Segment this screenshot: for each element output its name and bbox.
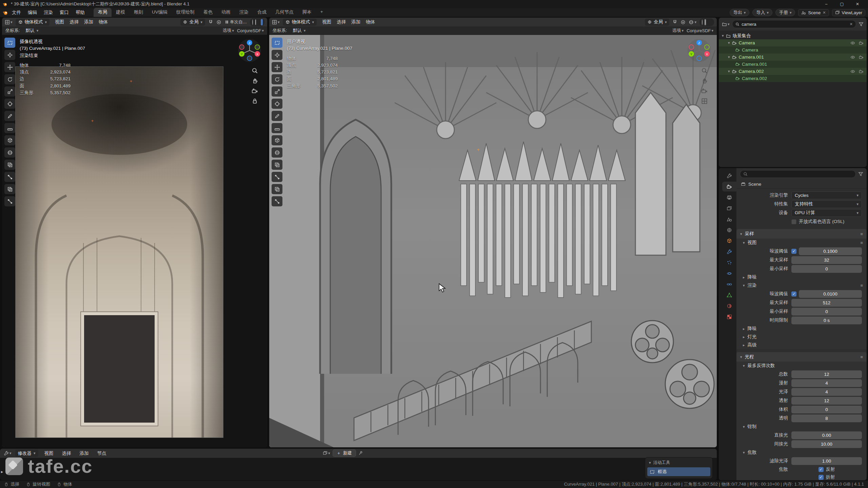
hand-icon[interactable] [701,78,708,84]
viewport-menu-view[interactable]: 视图 [320,19,334,25]
disclosure-icon[interactable]: ▾ [728,41,730,45]
hide-eye-icon[interactable] [850,55,855,60]
shading-rendered-button[interactable] [261,19,262,25]
tool-add-sphere[interactable] [272,147,282,158]
disclosure-icon[interactable]: ▾ [728,55,730,59]
tab-constraints[interactable] [722,279,736,289]
expand-panel-icon[interactable]: ▸ [1,469,3,474]
addon-tab-dropdown[interactable]: ConjureSDF▾ [687,28,713,33]
viewport-render-pause-button[interactable]: 单次自… [224,19,247,25]
tool-addon-1[interactable] [272,184,282,194]
clamping-header[interactable]: ▾钳制 [736,423,867,431]
active-tool-row[interactable]: 框选 [647,467,710,476]
render-noise-threshold-field[interactable]: 0.0100 [799,290,862,298]
shading-wireframe-button[interactable] [702,19,703,25]
feature-set-dropdown[interactable]: 支持特性▾ [791,200,862,208]
outliner-search[interactable]: ✕ [732,20,856,28]
viewport-menu-object[interactable]: 物体 [363,19,377,25]
outliner-row-camera001-data[interactable]: Camera.001 [719,61,867,68]
menu-help[interactable]: 帮助 [72,9,88,16]
tool-measure[interactable] [272,123,282,133]
hide-eye-icon[interactable] [850,69,855,74]
refractive-caustics-checkbox[interactable] [818,475,824,480]
blender-menu-icon[interactable] [3,10,8,16]
proportional-edit-icon[interactable] [216,20,221,25]
tool-box-select[interactable] [4,38,15,48]
disclosure-icon[interactable]: ▾ [728,69,730,73]
device-dropdown[interactable]: GPU 计算▾ [791,209,862,217]
shading-solid-button[interactable] [255,19,256,25]
tab-output[interactable] [722,192,736,202]
mode-dropdown[interactable]: 物体模式▾ [283,19,317,26]
total-bounces-field[interactable]: 12 [791,370,862,378]
transform-orientation-dropdown[interactable]: 全局▾ [180,19,205,26]
overlays-icon[interactable]: ▾ [689,20,696,25]
tab-uv-editing[interactable]: UV编辑 [147,8,172,17]
proportional-edit-icon[interactable] [680,20,686,25]
panel-menu-icon[interactable]: ≡ [860,231,863,237]
volume-bounces-field[interactable]: 0 [791,406,862,413]
snap-magnet-icon[interactable] [208,20,213,25]
scene-selector[interactable]: Scene ✕ [798,9,829,16]
light-paths-section-header[interactable]: ▾光程≡ [736,352,867,362]
outliner-display-mode-dropdown[interactable]: ▾ [722,22,730,27]
browse-data-icon[interactable]: ▾ [323,451,330,455]
tab-scene[interactable] [722,214,736,224]
addon-import-button[interactable]: 导入▾ [752,9,772,16]
viewport-menu-select[interactable]: 选择 [334,19,348,25]
tool-blob[interactable] [272,172,282,182]
tool-rotate[interactable] [272,74,282,84]
glossy-bounces-field[interactable]: 4 [791,388,862,396]
viewport-menu-view[interactable]: 视图 [53,19,66,25]
camera-viewport-canvas[interactable]: + + [2,35,267,447]
viewport-menu-add[interactable]: 添加 [349,19,363,25]
render-denoise-header[interactable]: ▸降噪 [736,325,867,333]
time-limit-field[interactable]: 0 s [791,317,862,324]
editor-type-icon[interactable]: ▾ [272,20,280,25]
outliner-row-camera002[interactable]: ▾ Camera.002 [719,68,867,75]
navigation-gizmo[interactable]: Z X Y [237,38,262,64]
tool-rotate[interactable] [4,74,15,84]
disclosure-icon[interactable]: ▾ [722,34,724,38]
viewlayer-selector[interactable]: ViewLayer [832,9,865,16]
tab-particles[interactable] [722,258,736,267]
viewport-noise-threshold-checkbox[interactable] [791,249,796,254]
caustics-header[interactable]: ▾焦散 [736,448,867,456]
render-min-samples-field[interactable]: 0 [791,308,862,316]
reflective-caustics-checkbox[interactable] [818,467,824,472]
tab-render[interactable] [722,182,736,191]
shading-wireframe-button[interactable] [252,19,253,25]
preset-dropdown[interactable]: 默认▾ [290,27,309,34]
diffuse-bounces-field[interactable]: 4 [791,379,862,387]
tab-geometry-nodes[interactable]: 几何节点 [271,8,298,17]
add-workspace-button[interactable]: + [316,8,328,17]
transparent-bounces-field[interactable]: 8 [791,414,862,422]
panel-menu-icon[interactable]: ≡ [860,240,863,245]
properties-search[interactable] [740,170,856,178]
navigation-gizmo[interactable]: Z X Y [687,38,711,64]
new-node-tree-button[interactable]: ＋新建 [333,449,356,457]
outliner-search-input[interactable] [742,22,847,27]
viewport-menu-select[interactable]: 选择 [67,19,81,25]
clear-search-icon[interactable]: ✕ [850,22,853,26]
addon-export-button[interactable]: 导出▾ [730,9,750,16]
zoom-icon[interactable] [701,67,708,74]
tool-boolean[interactable] [272,160,282,170]
tool-annotate[interactable] [272,111,282,121]
clear-scene-icon[interactable]: ✕ [823,11,826,15]
filter-glossy-field[interactable]: 1.00 [791,457,862,465]
render-max-samples-field[interactable]: 512 [791,299,862,307]
viewport-noise-threshold-field[interactable]: 0.1000 [799,247,862,255]
preset-dropdown[interactable]: 默认▾ [23,27,41,34]
tab-object[interactable] [722,236,736,246]
tab-rendering[interactable]: 渲染 [235,8,253,17]
tab-modifiers[interactable] [722,247,736,257]
outliner-row-camera[interactable]: ▾ Camera [719,39,867,46]
tool-scale[interactable] [272,86,282,97]
shading-solid-button[interactable] [705,19,706,25]
tool-addon-2[interactable] [272,196,282,206]
editor-type-icon[interactable]: ▾ [5,20,13,25]
viewport-denoise-header[interactable]: ▸降噪 [736,273,867,281]
user-viewport-canvas[interactable]: + 用户透视 [269,35,717,447]
outliner-row-camera002-data[interactable]: Camera.002 [719,75,867,82]
